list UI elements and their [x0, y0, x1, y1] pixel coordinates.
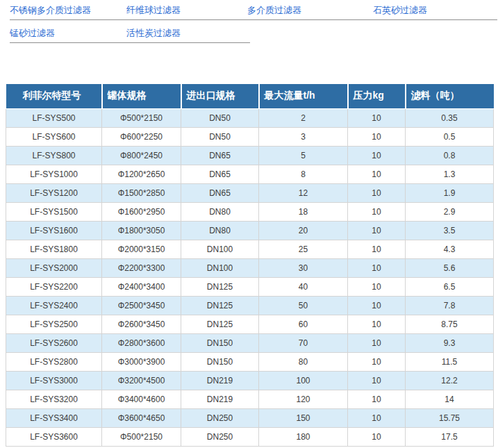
table-cell: 1.9 — [406, 183, 494, 202]
table-cell: LF-SYS1000 — [6, 165, 102, 183]
table-cell: 10 — [348, 427, 406, 446]
table-cell: 17.5 — [406, 427, 494, 446]
table-cell: Φ800*2450 — [102, 146, 181, 165]
table-cell: 8.75 — [406, 315, 494, 333]
table-cell: 12.2 — [406, 371, 494, 390]
nav-link-stainless-steel-multimedia-filter[interactable]: 不锈钢多介质过滤器 — [10, 4, 126, 17]
table-row: LF-SYS3600Φ500*2150DN2501801017.5 — [6, 427, 494, 446]
table-cell: DN125 — [181, 296, 259, 315]
table-cell: LF-SYS3200 — [6, 390, 102, 408]
table-cell: 80 — [259, 352, 348, 371]
column-header: 滤料（吨） — [406, 84, 494, 108]
table-cell: 10 — [348, 371, 406, 390]
table-cell: DN250 — [181, 408, 259, 427]
table-cell: 5 — [259, 146, 348, 165]
table-row: LF-SYS2500Φ2600*3450DN12560108.75 — [6, 315, 494, 333]
table-cell: 11.5 — [406, 352, 494, 371]
table-cell: 14 — [406, 390, 494, 408]
table-cell: LF-SYS800 — [6, 146, 102, 165]
table-row: LF-SYS2200Φ2400*3400DN12540106.5 — [6, 277, 494, 296]
table-row: LF-SYS600Φ600*2250DN503100.5 — [6, 127, 494, 146]
table-cell: Φ3600*4650 — [102, 408, 181, 427]
table-cell: DN219 — [181, 390, 259, 408]
table-cell: 10 — [348, 296, 406, 315]
table-cell: LF-SYS2200 — [6, 277, 102, 296]
table-cell: 1.3 — [406, 165, 494, 183]
column-header: 进出口规格 — [181, 84, 259, 108]
table-row: LF-SYS3200Φ3400*4600DN2191201014 — [6, 390, 494, 408]
table-cell: LF-SYS1500 — [6, 202, 102, 221]
table-row: LF-SYS500Φ500*2150DN502100.35 — [6, 108, 494, 127]
table-cell: 3.5 — [406, 221, 494, 240]
nav-link-manganese-sand-filter[interactable]: 锰砂过滤器 — [10, 27, 126, 40]
table-cell: Φ500*2150 — [102, 427, 181, 446]
table-cell: 12 — [259, 183, 348, 202]
table-row: LF-SYS3000Φ3200*4500DN2191001012.2 — [6, 371, 494, 390]
nav-link-activated-carbon-filter[interactable]: 活性炭过滤器 — [126, 27, 247, 40]
table-cell: 10 — [348, 165, 406, 183]
table-row: LF-SYS2800Φ3000*3900DN150801011.5 — [6, 352, 494, 371]
nav-link-quartz-sand-filter[interactable]: 石英砂过滤器 — [373, 4, 498, 17]
table-cell: DN50 — [181, 127, 259, 146]
table-cell: 0.35 — [406, 108, 494, 127]
table-cell: 60 — [259, 315, 348, 333]
table-cell: Φ2500*3450 — [102, 296, 181, 315]
table-header: 利菲尔特型号罐体规格进出口规格最大流量t/h压力kg滤料（吨） — [6, 84, 494, 108]
column-header: 最大流量t/h — [259, 84, 348, 108]
nav-divider-bottom — [10, 42, 250, 43]
table-cell: 10 — [348, 258, 406, 277]
table-cell: 10 — [348, 202, 406, 221]
table-cell: Φ3200*4500 — [102, 371, 181, 390]
table-cell: 10 — [348, 183, 406, 202]
table-cell: LF-SYS3000 — [6, 371, 102, 390]
column-header: 利菲尔特型号 — [6, 84, 102, 108]
table-cell: LF-SYS500 — [6, 108, 102, 127]
table-cell: 100 — [259, 371, 348, 390]
table-cell: 8 — [259, 165, 348, 183]
table-cell: LF-SYS600 — [6, 127, 102, 146]
table-row: LF-SYS1600Φ1800*3050DN8020103.5 — [6, 221, 494, 240]
table-cell: 9.3 — [406, 333, 494, 352]
table-cell: 10 — [348, 333, 406, 352]
table-cell: 40 — [259, 277, 348, 296]
table-row: LF-SYS800Φ800*2450DN655100.8 — [6, 146, 494, 165]
table-body: LF-SYS500Φ500*2150DN502100.35LF-SYS600Φ6… — [6, 108, 494, 446]
table-cell: Φ2600*3450 — [102, 315, 181, 333]
column-header: 压力kg — [348, 84, 406, 108]
table-cell: Φ2000*3150 — [102, 240, 181, 258]
table-cell: LF-SYS2400 — [6, 296, 102, 315]
table-cell: Φ500*2150 — [102, 108, 181, 127]
table-cell: LF-SYS1800 — [6, 240, 102, 258]
table-row: LF-SYS2400Φ2500*3450DN12550107.8 — [6, 296, 494, 315]
table-cell: 18 — [259, 202, 348, 221]
table-cell: DN100 — [181, 258, 259, 277]
table-cell: 6.5 — [406, 277, 494, 296]
table-cell: 15.75 — [406, 408, 494, 427]
table-cell: Φ1200*2650 — [102, 165, 181, 183]
nav-link-fiber-ball-filter[interactable]: 纤维球过滤器 — [126, 4, 247, 17]
table-cell: 4.3 — [406, 240, 494, 258]
table-cell: LF-SYS1200 — [6, 183, 102, 202]
table-cell: 10 — [348, 352, 406, 371]
table-cell: DN65 — [181, 183, 259, 202]
nav-row-1: 不锈钢多介质过滤器 纤维球过滤器 多介质过滤器 石英砂过滤器 — [0, 4, 498, 16]
table-cell: 0.5 — [406, 127, 494, 146]
table-row: LF-SYS1800Φ2000*3150DN10025104.3 — [6, 240, 494, 258]
table-cell: 10 — [348, 108, 406, 127]
table-cell: DN50 — [181, 108, 259, 127]
table-cell: DN65 — [181, 146, 259, 165]
table-header-row: 利菲尔特型号罐体规格进出口规格最大流量t/h压力kg滤料（吨） — [6, 84, 494, 108]
table-cell: 10 — [348, 240, 406, 258]
column-header: 罐体规格 — [102, 84, 181, 108]
table-cell: 10 — [348, 221, 406, 240]
table-row: LF-SYS3400Φ3600*4650DN2501501015.75 — [6, 408, 494, 427]
table-cell: DN125 — [181, 315, 259, 333]
table-cell: DN80 — [181, 202, 259, 221]
table-cell: Φ2800*3600 — [102, 333, 181, 352]
table-cell: Φ2200*3300 — [102, 258, 181, 277]
table-cell: LF-SYS3400 — [6, 408, 102, 427]
nav-row-2: 锰砂过滤器 活性炭过滤器 — [0, 27, 498, 39]
product-spec-table: 利菲尔特型号罐体规格进出口规格最大流量t/h压力kg滤料（吨） LF-SYS50… — [6, 84, 494, 447]
table-cell: 70 — [259, 333, 348, 352]
nav-link-multimedia-filter[interactable]: 多介质过滤器 — [247, 4, 373, 17]
